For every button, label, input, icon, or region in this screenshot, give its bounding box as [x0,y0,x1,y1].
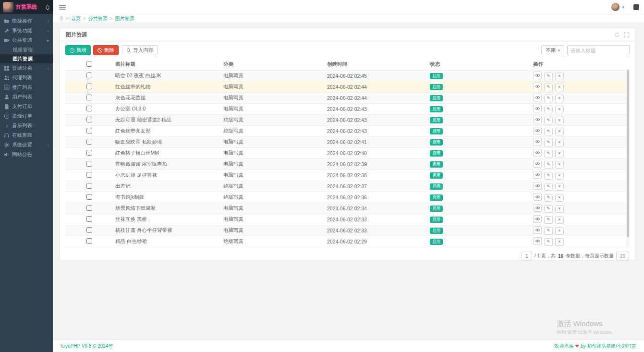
row-checkbox[interactable] [86,238,92,244]
view-button[interactable] [533,215,542,223]
fullscreen-icon[interactable] [624,32,629,37]
delete-row-button[interactable]: × [555,238,564,246]
view-button[interactable] [533,116,542,123]
sidebar-item-1[interactable]: 系统功能 ‹ [0,26,53,36]
sidebar-logo[interactable]: 打赏系统 [0,0,53,14]
edit-button[interactable]: ✎ [544,227,553,235]
sidebar-item-9[interactable]: ♪ 音乐列表 [0,121,53,131]
row-checkbox[interactable] [86,227,92,233]
delete-button[interactable]: 删除 [93,45,119,55]
edit-button[interactable]: ✎ [544,183,553,191]
sidebar-item-8[interactable]: ¥ 提现订单 [0,111,53,121]
breadcrumb-public-resource[interactable]: 公共资源 [88,15,108,22]
edit-button[interactable]: ✎ [544,128,553,135]
view-button[interactable] [533,171,542,179]
delete-row-button[interactable]: × [555,128,564,135]
edit-button[interactable]: ✎ [544,84,553,91]
view-button[interactable] [533,193,542,201]
page-size-input[interactable] [616,252,629,260]
delete-row-button[interactable]: × [555,161,564,169]
sidebar-item-2[interactable]: 公共资源 ▾ [0,36,53,45]
sidebar-subitem-0[interactable]: 视频管理 [0,45,53,54]
scrollbar-thumb[interactable] [627,70,629,237]
delete-row-button[interactable]: × [555,172,564,180]
row-checkbox[interactable] [86,117,92,122]
delete-row-button[interactable]: × [555,106,564,113]
row-checkbox[interactable] [86,84,92,89]
chevron-icon: ‹ [45,66,49,71]
edit-button[interactable]: ✎ [544,95,553,102]
page-input[interactable] [522,252,532,260]
breadcrumb-image-resource[interactable]: 图片资源 [115,15,134,22]
sidebar-item-4[interactable]: 代理列表 [0,73,53,83]
sidebar-item-10[interactable]: 在线客服 [0,131,53,140]
sidebar-item-0[interactable]: 快捷操作 ‹ [0,16,53,26]
row-checkbox[interactable] [86,139,92,145]
row-checkbox[interactable] [86,95,92,100]
search-input[interactable] [567,45,630,55]
edit-button[interactable]: ✎ [544,172,553,180]
sidebar-item-6[interactable]: 用户列表 [0,92,53,102]
view-button[interactable] [533,83,542,90]
delete-row-button[interactable]: × [555,183,564,191]
view-button[interactable] [533,72,542,79]
delete-row-button[interactable]: × [555,117,564,124]
row-checkbox[interactable] [86,205,92,211]
edit-button[interactable]: ✎ [544,205,553,213]
row-checkbox[interactable] [86,106,92,111]
view-button[interactable] [533,105,542,112]
hamburger-icon[interactable] [57,2,68,12]
table-scrollbar[interactable] [626,69,630,247]
row-checkbox[interactable] [86,194,92,200]
screenshot-icon[interactable] [633,4,639,10]
view-button[interactable] [533,182,542,190]
delete-row-button[interactable]: × [555,194,564,202]
filter-dropdown[interactable]: 不限 ▾ [541,45,564,55]
row-checkbox[interactable] [86,183,92,189]
view-button[interactable] [533,127,542,134]
sidebar-subitem-1[interactable]: 图片资源 [0,54,53,63]
edit-button[interactable]: ✎ [544,238,553,246]
sidebar-item-5[interactable]: in 推广列表 [0,83,53,92]
view-button[interactable] [533,226,542,234]
edit-button[interactable]: ✎ [544,216,553,224]
sidebar-item-7[interactable]: 支付订单 [0,102,53,111]
chevron-down-icon[interactable]: ▾ [622,5,624,10]
view-button[interactable] [533,138,542,146]
row-checkbox[interactable] [86,150,92,156]
delete-row-button[interactable]: × [555,139,564,146]
view-button[interactable] [533,237,542,245]
view-button[interactable] [533,149,542,157]
row-checkbox[interactable] [86,128,92,134]
edit-button[interactable]: ✎ [544,194,553,202]
breadcrumb-home[interactable]: 首页 [71,15,81,22]
delete-row-button[interactable]: × [555,150,564,158]
select-all-checkbox[interactable] [86,61,92,67]
row-checkbox[interactable] [86,73,92,78]
sidebar-item-3[interactable]: 资源分类 ‹ [0,63,53,73]
edit-button[interactable]: ✎ [544,117,553,124]
view-button[interactable] [533,94,542,101]
delete-row-button[interactable]: × [555,73,564,80]
edit-button[interactable]: ✎ [544,73,553,80]
row-checkbox[interactable] [86,172,92,178]
sidebar-item-11[interactable]: 系统设置 ‹ [0,140,53,150]
edit-button[interactable]: ✎ [544,150,553,158]
view-button[interactable] [533,204,542,212]
view-button[interactable] [533,160,542,168]
add-button[interactable]: + 新增 [65,45,91,55]
delete-row-button[interactable]: × [555,227,564,235]
edit-button[interactable]: ✎ [544,139,553,146]
delete-row-button[interactable]: × [555,84,564,91]
sidebar-item-12[interactable]: 网站公告 [0,150,53,159]
delete-row-button[interactable]: × [555,95,564,102]
row-checkbox[interactable] [86,216,92,222]
refresh-icon[interactable] [614,32,620,37]
edit-button[interactable]: ✎ [544,106,553,113]
delete-row-button[interactable]: × [555,205,564,213]
edit-button[interactable]: ✎ [544,161,553,169]
avatar[interactable] [611,3,620,11]
row-checkbox[interactable] [86,161,92,167]
import-button[interactable]: 导入内容 [122,45,158,55]
delete-row-button[interactable]: × [555,216,564,224]
